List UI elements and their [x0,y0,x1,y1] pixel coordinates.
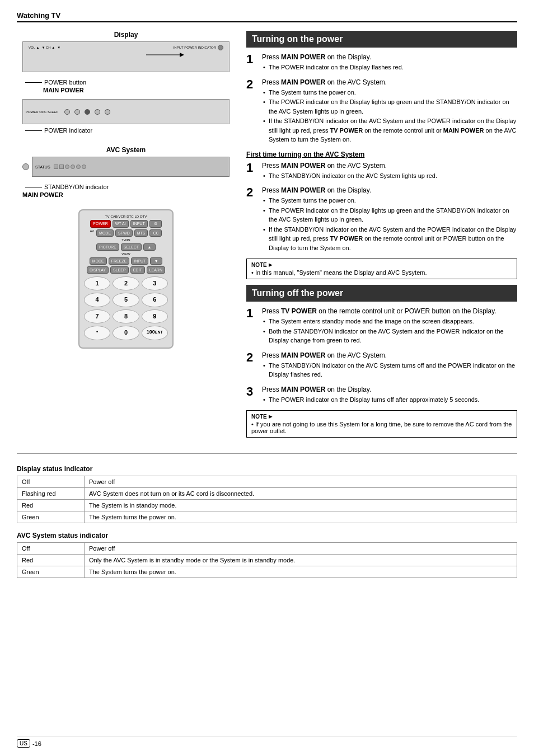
remote-num-9[interactable]: 9 [142,309,168,323]
remote-sleep-btn[interactable]: SLEEP [110,266,129,274]
avc-green-col1: Green [17,566,85,578]
remote-edit-btn[interactable]: EDIT [130,266,145,274]
display-top-controls: VOL ▲ ▼ CH ▲ ▼ INPUT POWER INDICATOR [29,45,223,50]
display-status-title: Display status indicator [17,465,517,473]
remote-row-2: AV MODE SFWD MTS CC [84,229,168,237]
display-flashing-col2: AVC System does not turn on or its AC co… [85,488,517,500]
remote-num-3[interactable]: 3 [142,276,168,290]
page-footer: US -16 [17,736,517,748]
remote-num-2[interactable]: 2 [113,276,139,290]
off-step2-content: Press MAIN POWER on the AVC System. The … [262,351,517,380]
turning-off-step3: 3 Press MAIN POWER on the Display. The P… [246,386,517,405]
avc-ctrl-5 [76,165,81,169]
avc-green-col2: The System turns the power on. [85,566,517,578]
remote-num-0[interactable]: 0 [113,326,139,340]
remote-num-8[interactable]: 8 [113,309,139,323]
avc-status-title: AVC System status indicator [17,532,517,539]
step1-bullets: The POWER indicator on the Display flash… [262,63,517,72]
step2-main: Press MAIN POWER on the AVC System. [262,78,517,86]
remote-num-dot[interactable]: • [84,326,110,340]
turning-on-note-text: • In this manual, "System" means the Dis… [251,269,512,276]
turning-on-step1: 1 Press MAIN POWER on the Display. The P… [246,53,517,73]
power-indicator-connector [25,130,42,131]
step2-bullets: The System turns the power on. The POWER… [262,88,517,144]
off-step1-bullet-2: Both the STANDBY/ON indicator on the AVC… [262,327,517,345]
step-num-1: 1 [246,53,257,65]
avc-diagram-title: AVC System [17,146,235,154]
note-label-1: NOTE [251,262,512,268]
remote-input-btn[interactable]: INPUT [130,220,148,228]
first-time-step2: 2 Press MAIN POWER on the Display. The S… [246,186,517,253]
remote-num-6[interactable]: 6 [142,293,168,307]
first-step2-bullet-1: The System turns the power on. [262,196,517,205]
remote-num-1[interactable]: 1 [84,276,110,290]
remote-mode2-btn[interactable]: MODE [90,257,107,265]
first-step2-bullets: The System turns the power on. The POWER… [262,196,517,252]
remote-mts-btn[interactable]: MTS [134,229,148,237]
step2-bullet-2: The POWER indicator on the Display light… [262,97,517,116]
remote-cc-btn[interactable]: CC [149,229,162,237]
off-step3-main: Press MAIN POWER on the Display. [262,386,517,393]
step1-bullet-1: The POWER indicator on the Display flash… [262,63,517,72]
remote-dtv2-label: DTV [140,215,147,218]
remote-num-100[interactable]: 100ENT [142,326,168,340]
first-time-step1: 1 Press MAIN POWER on the AVC System. Th… [246,162,517,181]
turning-off-note-text: • If you are not going to use this Syste… [251,421,512,434]
turning-on-step2: 2 Press MAIN POWER on the AVC System. Th… [246,78,517,145]
standby-on-label: STANDBY/ON indicator [44,184,109,190]
ind-circle-3 [85,109,90,115]
display-label-area: POWER button MAIN POWER [17,75,235,99]
remote-down-btn[interactable]: ▼ [150,257,162,265]
remote-up-btn[interactable]: ▲ [143,243,156,251]
remote-freeze-btn[interactable]: FREEZE [109,257,130,265]
remote-picture-btn[interactable]: PICTURE [96,243,119,251]
ind-circle-5 [105,109,110,115]
main-power-label: MAIN POWER [43,87,232,93]
avc-top-row: STATUS [22,157,229,177]
step-num-2: 2 [246,78,257,91]
first-step1-bullets: The STANDBY/ON indicator on the AVC Syst… [262,171,517,181]
remote-num-4[interactable]: 4 [84,293,110,307]
step1-content: Press MAIN POWER on the Display. The POW… [262,53,517,73]
remote-mode-btn[interactable]: MODE [96,229,114,237]
off-step-num-3: 3 [246,386,257,398]
power-button-label-row: POWER button [25,79,232,86]
page: Watching TV Display VOL ▲ ▼ CH ▲ ▼ [0,0,534,756]
remote-wtai-btn[interactable]: WT AI [113,220,129,228]
first-step2-main: Press MAIN POWER on the Display. [262,186,517,194]
avc-off-col2: Power off [85,543,517,555]
footer-left: US -16 [17,739,41,748]
remote-diagram-section: TV CAB/VCR DTC LD DTV POWER WT AI INPUT … [17,209,235,349]
power-button-connector [25,82,42,83]
remote-num-5[interactable]: 5 [113,293,139,307]
display-diagram-section: Display VOL ▲ ▼ CH ▲ ▼ INPUT POWER INDIC… [17,31,235,138]
tables-section: Display status indicator Off Power off F… [17,453,517,578]
avc-red-col2: Only the AVC System is in standby mode o… [85,555,517,566]
standby-label-row: STANDBY/ON indicator [25,184,232,190]
remote-row-6: MODE FREEZE INPUT ▼ [84,257,168,265]
remote-display-btn[interactable]: DISPLAY [87,266,109,274]
turning-off-step1: 1 Press TV POWER on the remote control u… [246,307,517,346]
first-step1-bullet-1: The STANDBY/ON indicator on the AVC Syst… [262,171,517,181]
remote-power-btn[interactable]: POWER [90,220,110,228]
remote-row-3: TWIN [84,238,168,242]
avc-status-tbody: Off Power off Red Only the AVC System is… [17,543,517,578]
remote-row-7: DISPLAY SLEEP EDIT LEARN [84,266,168,274]
remote-select-btn[interactable]: SELECT [121,243,142,251]
remote-top-labels: TV CAB/VCR DTC LD DTV [84,215,168,218]
turning-on-header: Turning on the power [246,31,517,48]
remote-ld-label: LD [135,215,139,218]
first-step-num-1: 1 [246,162,257,174]
remote-settings-btn[interactable]: ⚙ [149,220,162,228]
off-step3-content: Press MAIN POWER on the Display. The POW… [262,386,517,405]
remote-sfwd-btn[interactable]: SFWD [115,229,133,237]
step1-main: Press MAIN POWER on the Display. [262,53,517,61]
first-step1-content: Press MAIN POWER on the AVC System. The … [262,162,517,181]
remote-learn-btn[interactable]: LEARN [147,266,165,274]
ind-circle-4 [95,109,100,115]
off-step-num-2: 2 [246,351,257,364]
remote-input2-btn[interactable]: INPUT [131,257,148,265]
avc-label-area: STANDBY/ON indicator MAIN POWER [17,180,235,201]
remote-num-7[interactable]: 7 [84,309,110,323]
display-green-col1: Green [17,511,85,523]
